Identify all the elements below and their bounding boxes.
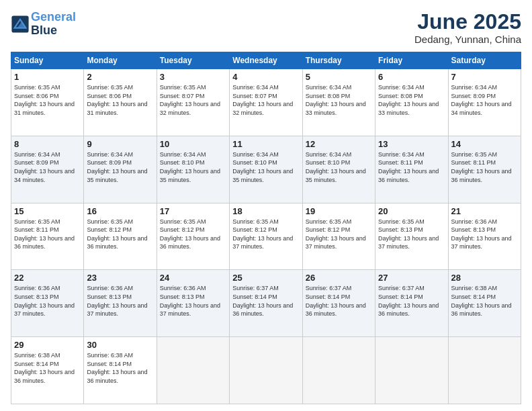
day-info: Sunrise: 6:37 AMSunset: 8:14 PMDaylight:…: [232, 284, 299, 318]
day-cell-3: 3Sunrise: 6:35 AMSunset: 8:07 PMDaylight…: [157, 69, 229, 136]
day-number: 23: [87, 273, 153, 283]
day-info: Sunrise: 6:34 AMSunset: 8:09 PMDaylight:…: [451, 83, 518, 117]
day-number: 19: [306, 206, 372, 216]
day-info: Sunrise: 6:34 AMSunset: 8:08 PMDaylight:…: [378, 83, 445, 117]
weekday-header-row: Sunday Monday Tuesday Wednesday Thursday…: [11, 52, 521, 69]
day-info: Sunrise: 6:36 AMSunset: 8:13 PMDaylight:…: [160, 284, 226, 318]
day-number: 26: [306, 273, 372, 283]
day-cell-18: 18Sunrise: 6:35 AMSunset: 8:12 PMDayligh…: [230, 203, 302, 270]
day-info: Sunrise: 6:36 AMSunset: 8:13 PMDaylight:…: [451, 218, 518, 251]
day-cell-26: 26Sunrise: 6:37 AMSunset: 8:14 PMDayligh…: [302, 270, 375, 337]
day-cell-5: 5Sunrise: 6:34 AMSunset: 8:08 PMDaylight…: [302, 69, 375, 136]
day-info: Sunrise: 6:34 AMSunset: 8:07 PMDaylight:…: [232, 83, 299, 117]
month-title: June 2025: [414, 11, 521, 32]
day-cell-21: 21Sunrise: 6:36 AMSunset: 8:13 PMDayligh…: [448, 203, 521, 270]
day-number: 27: [378, 273, 445, 283]
day-info: Sunrise: 6:35 AMSunset: 8:13 PMDaylight:…: [378, 218, 445, 251]
calendar-table: Sunday Monday Tuesday Wednesday Thursday…: [11, 52, 521, 404]
header-friday: Friday: [375, 52, 448, 69]
day-number: 18: [232, 206, 299, 216]
day-info: Sunrise: 6:34 AMSunset: 8:09 PMDaylight:…: [14, 150, 81, 184]
day-cell-4: 4Sunrise: 6:34 AMSunset: 8:07 PMDaylight…: [230, 69, 302, 136]
day-info: Sunrise: 6:35 AMSunset: 8:12 PMDaylight:…: [160, 218, 226, 251]
day-number: 30: [87, 340, 153, 350]
day-cell-19: 19Sunrise: 6:35 AMSunset: 8:12 PMDayligh…: [302, 203, 375, 270]
day-info: Sunrise: 6:38 AMSunset: 8:14 PMDaylight:…: [451, 284, 518, 318]
day-cell-9: 9Sunrise: 6:34 AMSunset: 8:09 PMDaylight…: [84, 136, 157, 203]
day-cell-29: 29Sunrise: 6:38 AMSunset: 8:14 PMDayligh…: [11, 337, 84, 404]
day-cell-6: 6Sunrise: 6:34 AMSunset: 8:08 PMDaylight…: [375, 69, 448, 136]
day-cell-25: 25Sunrise: 6:37 AMSunset: 8:14 PMDayligh…: [230, 270, 302, 337]
day-cell-12: 12Sunrise: 6:34 AMSunset: 8:10 PMDayligh…: [302, 136, 375, 203]
day-info: Sunrise: 6:36 AMSunset: 8:13 PMDaylight:…: [14, 284, 81, 318]
logo-icon: [11, 15, 30, 34]
day-cell-23: 23Sunrise: 6:36 AMSunset: 8:13 PMDayligh…: [84, 270, 157, 337]
header-thursday: Thursday: [302, 52, 375, 69]
day-cell-14: 14Sunrise: 6:35 AMSunset: 8:11 PMDayligh…: [448, 136, 521, 203]
day-number: 8: [14, 139, 81, 149]
page-header: GeneralBlue June 2025 Dedang, Yunnan, Ch…: [11, 11, 521, 45]
day-number: 15: [14, 206, 81, 216]
day-number: 17: [160, 206, 226, 216]
day-info: Sunrise: 6:34 AMSunset: 8:08 PMDaylight:…: [306, 83, 372, 117]
day-info: Sunrise: 6:34 AMSunset: 8:10 PMDaylight:…: [160, 150, 226, 184]
day-number: 25: [232, 273, 299, 283]
day-number: 14: [451, 139, 518, 149]
day-info: Sunrise: 6:38 AMSunset: 8:14 PMDaylight:…: [87, 351, 153, 385]
day-cell-17: 17Sunrise: 6:35 AMSunset: 8:12 PMDayligh…: [157, 203, 229, 270]
header-saturday: Saturday: [448, 52, 521, 69]
day-cell-28: 28Sunrise: 6:38 AMSunset: 8:14 PMDayligh…: [448, 270, 521, 337]
day-cell-27: 27Sunrise: 6:37 AMSunset: 8:14 PMDayligh…: [375, 270, 448, 337]
day-info: Sunrise: 6:37 AMSunset: 8:14 PMDaylight:…: [306, 284, 372, 318]
day-info: Sunrise: 6:35 AMSunset: 8:12 PMDaylight:…: [232, 218, 299, 251]
day-cell-10: 10Sunrise: 6:34 AMSunset: 8:10 PMDayligh…: [157, 136, 229, 203]
day-cell-8: 8Sunrise: 6:34 AMSunset: 8:09 PMDaylight…: [11, 136, 84, 203]
day-cell-15: 15Sunrise: 6:35 AMSunset: 8:11 PMDayligh…: [11, 203, 84, 270]
day-number: 11: [232, 139, 299, 149]
day-info: Sunrise: 6:38 AMSunset: 8:14 PMDaylight:…: [14, 351, 81, 385]
day-number: 29: [14, 340, 81, 350]
day-number: 9: [87, 139, 153, 149]
day-info: Sunrise: 6:35 AMSunset: 8:06 PMDaylight:…: [14, 83, 81, 117]
day-number: 28: [451, 273, 518, 283]
day-number: 16: [87, 206, 153, 216]
location-title: Dedang, Yunnan, China: [414, 34, 521, 45]
day-info: Sunrise: 6:36 AMSunset: 8:13 PMDaylight:…: [87, 284, 153, 318]
logo-text: GeneralBlue: [31, 11, 76, 38]
day-number: 6: [378, 72, 445, 82]
header-wednesday: Wednesday: [230, 52, 302, 69]
day-number: 22: [14, 273, 81, 283]
day-info: Sunrise: 6:35 AMSunset: 8:12 PMDaylight:…: [87, 218, 153, 251]
day-cell-2: 2Sunrise: 6:35 AMSunset: 8:06 PMDaylight…: [84, 69, 157, 136]
day-cell-30: 30Sunrise: 6:38 AMSunset: 8:14 PMDayligh…: [84, 337, 157, 404]
day-cell-13: 13Sunrise: 6:34 AMSunset: 8:11 PMDayligh…: [375, 136, 448, 203]
header-tuesday: Tuesday: [157, 52, 229, 69]
header-monday: Monday: [84, 52, 157, 69]
day-info: Sunrise: 6:34 AMSunset: 8:10 PMDaylight:…: [306, 150, 372, 184]
day-info: Sunrise: 6:35 AMSunset: 8:12 PMDaylight:…: [306, 218, 372, 251]
day-number: 10: [160, 139, 226, 149]
day-info: Sunrise: 6:34 AMSunset: 8:11 PMDaylight:…: [378, 150, 445, 184]
day-cell-16: 16Sunrise: 6:35 AMSunset: 8:12 PMDayligh…: [84, 203, 157, 270]
day-number: 5: [306, 72, 372, 82]
day-info: Sunrise: 6:35 AMSunset: 8:11 PMDaylight:…: [14, 218, 81, 251]
day-number: 12: [306, 139, 372, 149]
day-number: 2: [87, 72, 153, 82]
day-number: 20: [378, 206, 445, 216]
day-cell-1: 1Sunrise: 6:35 AMSunset: 8:06 PMDaylight…: [11, 69, 84, 136]
day-number: 1: [14, 72, 81, 82]
day-cell-22: 22Sunrise: 6:36 AMSunset: 8:13 PMDayligh…: [11, 270, 84, 337]
day-info: Sunrise: 6:37 AMSunset: 8:14 PMDaylight:…: [378, 284, 445, 318]
day-cell-7: 7Sunrise: 6:34 AMSunset: 8:09 PMDaylight…: [448, 69, 521, 136]
day-info: Sunrise: 6:34 AMSunset: 8:09 PMDaylight:…: [87, 150, 153, 184]
day-cell-11: 11Sunrise: 6:34 AMSunset: 8:10 PMDayligh…: [230, 136, 302, 203]
day-cell-20: 20Sunrise: 6:35 AMSunset: 8:13 PMDayligh…: [375, 203, 448, 270]
day-info: Sunrise: 6:34 AMSunset: 8:10 PMDaylight:…: [232, 150, 299, 184]
logo: GeneralBlue: [11, 11, 76, 38]
header-sunday: Sunday: [11, 52, 84, 69]
day-info: Sunrise: 6:35 AMSunset: 8:11 PMDaylight:…: [451, 150, 518, 184]
day-info: Sunrise: 6:35 AMSunset: 8:07 PMDaylight:…: [160, 83, 226, 117]
title-block: June 2025 Dedang, Yunnan, China: [414, 11, 521, 45]
day-number: 13: [378, 139, 445, 149]
day-number: 24: [160, 273, 226, 283]
